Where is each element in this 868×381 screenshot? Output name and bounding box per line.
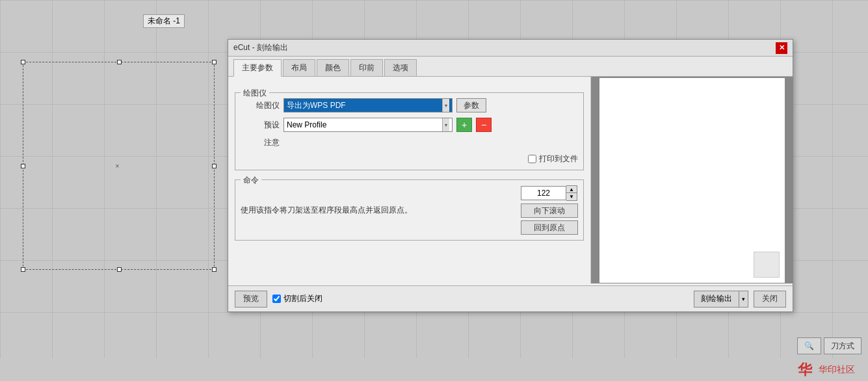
tab-options[interactable]: 选项 [384,59,417,76]
cut-output-button[interactable]: 刻绘输出 ▾ [694,291,748,308]
search-button[interactable]: 🔍 [797,337,821,354]
left-panel: 绘图仪 绘图仪 导出为WPS PDF ▾ 参数 预设 New Profile ▾ [228,77,591,283]
canvas-title: 未命名 -1 [143,14,185,28]
number-input-group: ▲ ▼ [521,185,578,201]
plotter-section-label: 绘图仪 [241,88,269,99]
spin-up[interactable]: ▲ [566,186,577,193]
cut-output-dropdown-arrow[interactable]: ▾ [739,291,748,307]
tabs-bar: 主要参数 布局 颜色 印前 选项 [228,57,793,77]
return-origin-button[interactable]: 回到原点 [521,220,578,235]
tab-main[interactable]: 主要参数 [233,59,282,77]
watermark-logo: 华 [798,360,812,380]
close-after-cut-checkbox-row: 切割后关闭 [272,293,322,304]
preset-dropdown-value: New Profile [287,120,326,129]
preview-small-box [754,252,780,278]
tab-color[interactable]: 颜色 [317,59,349,76]
plotter-dropdown[interactable]: 导出为WPS PDF ▾ [283,98,453,112]
plotter-dropdown-arrow[interactable]: ▾ [442,99,449,112]
preset-dropdown-arrow[interactable]: ▾ [442,118,449,131]
print-to-file-row: 打印到文件 [241,153,578,164]
dialog: eCut - 刻绘输出 ✕ 主要参数 布局 颜色 印前 选项 绘图仪 绘图仪 导… [228,39,793,312]
command-section: 命令 使用该指令将刀架送至程序段最高点并返回原点。 ▲ ▼ 向下滚动 回到原点 [235,179,584,241]
watermark-text: 华印社区 [819,364,855,376]
bottom-bar: 华 华印社区 [0,358,868,381]
note-label: 注意 [241,137,280,148]
knife-mode-button[interactable]: 刀方式 [824,337,861,354]
command-section-label: 命令 [241,175,261,186]
plotter-label: 绘图仪 [241,100,280,111]
param-button[interactable]: 参数 [456,98,486,112]
dialog-footer: 预览 切割后关闭 刻绘输出 ▾ 关闭 [228,285,793,311]
add-preset-button[interactable]: + [456,118,472,132]
preset-dropdown[interactable]: New Profile ▾ [283,118,453,132]
note-row: 注意 [241,137,578,148]
close-button[interactable]: ✕ [776,42,787,54]
close-footer-button[interactable]: 关闭 [754,291,786,308]
preview-panel [591,77,793,283]
plotter-row: 绘图仪 导出为WPS PDF ▾ 参数 [241,98,578,112]
preview-button[interactable]: 预览 [235,291,267,308]
spin-buttons: ▲ ▼ [566,185,577,201]
dialog-title: eCut - 刻绘输出 [233,42,288,53]
spin-down[interactable]: ▼ [566,193,577,200]
preset-label: 预设 [241,120,280,131]
preset-row: 预设 New Profile ▾ + − [241,118,578,132]
preview-white-area [599,78,785,283]
dialog-titlebar: eCut - 刻绘输出 ✕ [228,40,793,57]
print-to-file-label: 打印到文件 [539,153,578,164]
tab-layout[interactable]: 布局 [283,59,315,76]
print-to-file-checkbox[interactable] [528,155,536,163]
close-after-cut-checkbox[interactable] [272,295,281,303]
command-value-input[interactable] [521,186,566,200]
command-description: 使用该指令将刀架送至程序段最高点并返回原点。 [241,205,516,216]
plotter-dropdown-value: 导出为WPS PDF [287,100,346,111]
scroll-down-button[interactable]: 向下滚动 [521,204,578,218]
command-right: ▲ ▼ 向下滚动 回到原点 [521,185,578,235]
cut-output-main[interactable]: 刻绘输出 [694,291,739,307]
bottom-right-tools: 🔍 刀方式 [797,337,861,354]
command-body: 使用该指令将刀架送至程序段最高点并返回原点。 ▲ ▼ 向下滚动 回到原点 [241,185,578,235]
plotter-section: 绘图仪 绘图仪 导出为WPS PDF ▾ 参数 预设 New Profile ▾ [235,92,584,170]
remove-preset-button[interactable]: − [476,118,492,132]
close-after-cut-label: 切割后关闭 [283,293,322,304]
tab-print[interactable]: 印前 [350,59,383,76]
